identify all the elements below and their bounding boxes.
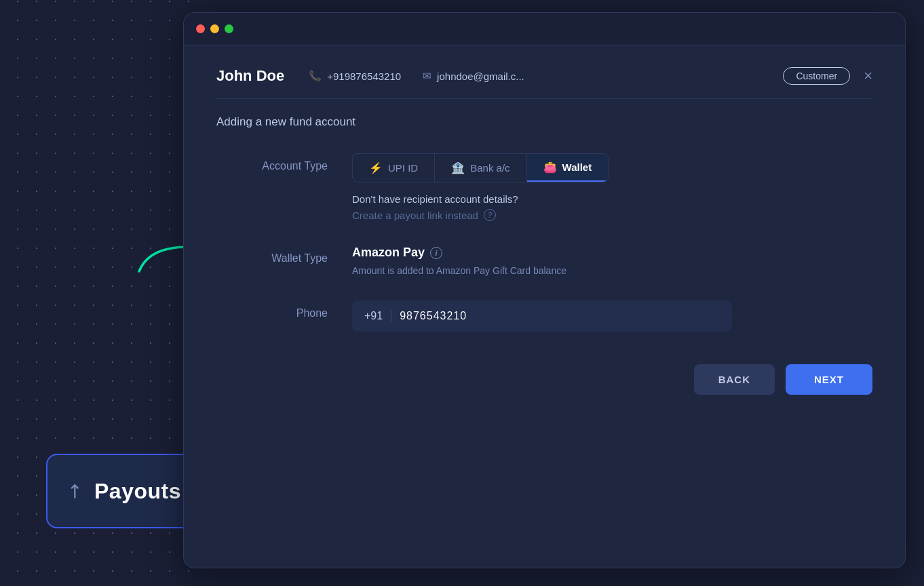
phone-control: +91 9876543210 bbox=[352, 300, 872, 332]
payout-link-row: Create a payout link instead ? bbox=[352, 209, 872, 221]
phone-input-container[interactable]: +91 9876543210 bbox=[352, 300, 732, 332]
close-button[interactable]: × bbox=[864, 69, 872, 83]
email-icon: ✉ bbox=[423, 70, 431, 82]
title-bar bbox=[184, 13, 905, 45]
wallet-tab-label: Wallet bbox=[562, 161, 592, 173]
email-contact: ✉ johndoe@gmail.c... bbox=[423, 70, 524, 82]
upi-label: UPI ID bbox=[388, 162, 418, 174]
user-name: John Doe bbox=[216, 67, 284, 85]
bank-label: Bank a/c bbox=[470, 162, 509, 174]
phone-label: Phone bbox=[216, 300, 352, 319]
header-row: John Doe 📞 +919876543210 ✉ johndoe@gmail… bbox=[216, 67, 872, 99]
back-button[interactable]: BACK bbox=[694, 364, 775, 395]
tab-wallet[interactable]: 👛 Wallet bbox=[527, 154, 609, 182]
payout-hint: Don't have recipient account details? Cr… bbox=[352, 193, 872, 221]
wallet-type-value-row: Amazon Pay i bbox=[352, 246, 872, 260]
account-type-control: ⚡ UPI ID 🏦 Bank a/c 👛 Wallet bbox=[352, 153, 872, 221]
wallet-type-row: Wallet Type Amazon Pay i Amount is added… bbox=[216, 246, 872, 276]
action-row: BACK NEXT bbox=[216, 364, 872, 395]
wallet-type-control: Amazon Pay i Amount is added to Amazon P… bbox=[352, 246, 872, 276]
traffic-light-red[interactable] bbox=[196, 24, 205, 33]
wallet-description: Amount is added to Amazon Pay Gift Card … bbox=[352, 265, 872, 276]
next-button[interactable]: NEXT bbox=[786, 364, 872, 395]
phone-country-code: +91 bbox=[364, 310, 391, 322]
email-value: johndoe@gmail.c... bbox=[437, 71, 524, 82]
account-type-label: Account Type bbox=[216, 153, 352, 172]
payouts-label: Payouts bbox=[94, 479, 181, 504]
tab-bank[interactable]: 🏦 Bank a/c bbox=[435, 154, 526, 182]
tab-upi[interactable]: ⚡ UPI ID bbox=[353, 154, 435, 182]
phone-row: Phone +91 9876543210 bbox=[216, 300, 872, 332]
modal-content: John Doe 📞 +919876543210 ✉ johndoe@gmail… bbox=[184, 45, 905, 416]
upi-icon: ⚡ bbox=[369, 161, 383, 174]
traffic-light-yellow[interactable] bbox=[210, 24, 219, 33]
phone-icon: 📞 bbox=[309, 70, 322, 82]
customer-badge: Customer bbox=[783, 67, 850, 85]
subtitle: Adding a new fund account bbox=[216, 115, 872, 129]
account-tabs: ⚡ UPI ID 🏦 Bank a/c 👛 Wallet bbox=[352, 153, 609, 182]
account-type-row: Account Type ⚡ UPI ID 🏦 Bank a/c 👛 bbox=[216, 153, 872, 221]
payout-link-text[interactable]: Create a payout link instead bbox=[352, 210, 478, 221]
wallet-type-name: Amazon Pay bbox=[352, 246, 425, 260]
phone-number-value: 9876543210 bbox=[400, 310, 467, 322]
wallet-type-label: Wallet Type bbox=[216, 246, 352, 265]
payout-hint-title: Don't have recipient account details? bbox=[352, 193, 872, 205]
wallet-icon: 👛 bbox=[543, 161, 557, 174]
payouts-arrow-icon: ↗ bbox=[61, 477, 88, 505]
phone-value: +919876543210 bbox=[327, 71, 401, 82]
wallet-info-icon[interactable]: i bbox=[430, 247, 442, 259]
help-icon[interactable]: ? bbox=[484, 209, 496, 221]
bank-icon: 🏦 bbox=[451, 161, 465, 174]
modal-window: John Doe 📞 +919876543210 ✉ johndoe@gmail… bbox=[183, 12, 906, 568]
main-container: ↗ Payouts John Doe 📞 +919876543210 ✉ joh… bbox=[0, 0, 924, 586]
traffic-light-green[interactable] bbox=[225, 24, 233, 33]
phone-contact: 📞 +919876543210 bbox=[309, 70, 401, 82]
